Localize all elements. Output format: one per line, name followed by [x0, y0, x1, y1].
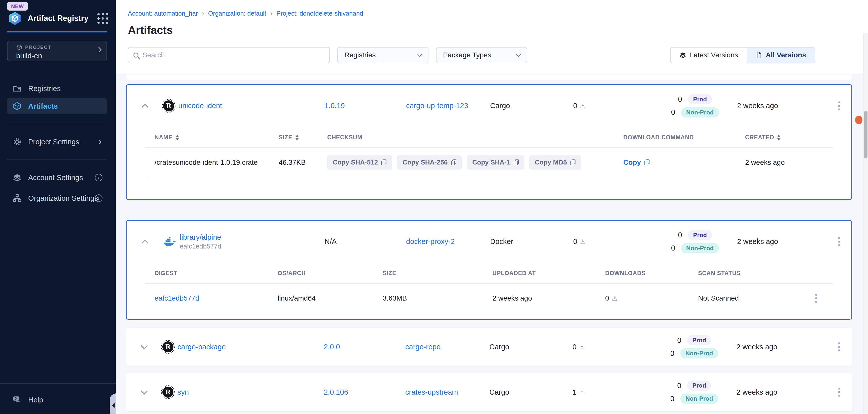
registries-dropdown[interactable]: Registries — [337, 47, 429, 63]
artifact-name-link[interactable]: cargo-package — [178, 343, 226, 351]
sidebar-item-label: Organization Settings — [28, 194, 98, 203]
column-header: UPLOADED AT — [492, 270, 605, 277]
sidebar-item-account-settings[interactable]: Account Settings i — [7, 170, 107, 185]
artifact-version: N/A — [324, 237, 406, 246]
cargo-rust-icon: R — [162, 387, 174, 398]
copy-sha512-button[interactable]: Copy SHA-512 — [327, 156, 392, 170]
column-header: OS/ARCH — [278, 270, 383, 277]
breadcrumb-organization[interactable]: Organization: default — [208, 10, 266, 17]
prod-count: 0 — [677, 382, 682, 390]
download-count: 0 — [573, 102, 577, 110]
column-header: SCAN STATUS — [698, 270, 813, 277]
expand-button[interactable] — [126, 391, 162, 393]
sidebar-item-artifacts[interactable]: Artifacts — [7, 98, 107, 114]
collapse-button[interactable] — [127, 238, 163, 245]
latest-versions-toggle[interactable]: Latest Versions — [671, 47, 746, 63]
updated-time: 2 weeks ago — [737, 102, 827, 110]
nonprod-badge: Non-Prod — [680, 348, 718, 358]
svg-text:?: ? — [14, 396, 17, 401]
layers-icon — [12, 173, 22, 182]
package-type: Docker — [490, 237, 573, 246]
artifact-list: R unicode-ident 1.0.19 cargo-up-temp-123… — [116, 74, 868, 411]
artifact-version-link[interactable]: 2.0.106 — [324, 388, 348, 396]
row-menu-button[interactable] — [836, 235, 843, 249]
download-icon — [612, 295, 618, 301]
digest-menu-button[interactable] — [813, 291, 833, 305]
download-icon — [579, 344, 585, 350]
artifact-card-library-alpine: library/alpine eafc1edb577d N/A docker-p… — [126, 220, 852, 320]
artifact-name-link[interactable]: library/alpine — [180, 233, 221, 241]
search-input[interactable] — [143, 51, 324, 59]
help-label: Help — [28, 396, 43, 404]
digest-link[interactable]: eafc1edb577d — [155, 294, 199, 302]
row-menu-button[interactable] — [836, 385, 843, 399]
artifact-registry-link[interactable]: cargo-up-temp-123 — [406, 102, 468, 110]
uploaded-at: 2 weeks ago — [492, 294, 605, 302]
chevron-down-icon — [417, 52, 422, 57]
download-count: 1 — [572, 388, 577, 396]
expand-button[interactable] — [126, 345, 162, 348]
org-hierarchy-icon — [12, 194, 22, 203]
help-button[interactable]: ? Help — [12, 395, 43, 405]
artifact-version-link[interactable]: 1.0.19 — [324, 102, 345, 110]
artifact-name-link[interactable]: syn — [178, 388, 189, 396]
artifact-registry-link[interactable]: docker-proxy-2 — [406, 237, 455, 246]
sidebar-item-organization-settings[interactable]: Organization Settings i — [7, 190, 107, 206]
prod-count: 0 — [678, 231, 682, 239]
copy-sha256-button[interactable]: Copy SHA-256 — [397, 156, 462, 170]
breadcrumb-account[interactable]: Account: automation_har — [128, 10, 198, 17]
column-header: CREATED — [745, 134, 774, 141]
copy-icon — [645, 160, 650, 165]
sort-icon[interactable] — [295, 135, 299, 140]
artifact-registry-logo-icon — [7, 11, 22, 26]
artifact-registry-link[interactable]: cargo-repo — [405, 343, 440, 351]
sidebar-item-label: Registries — [28, 84, 61, 93]
all-versions-toggle[interactable]: All Versions — [747, 47, 815, 63]
digest-row: eafc1edb577d linux/amd64 3.63MB 2 weeks … — [145, 284, 833, 313]
divider — [0, 383, 116, 384]
copy-download-command-button[interactable]: Copy — [623, 159, 745, 167]
help-chat-icon: ? — [12, 395, 22, 405]
sort-icon[interactable] — [777, 135, 781, 140]
search-box — [128, 47, 330, 63]
sidebar-collapse-button[interactable] — [110, 393, 116, 414]
file-name: /cratesunicode-ident-1.0.19.crate — [145, 159, 279, 167]
os-arch: linux/amd64 — [278, 294, 383, 302]
copy-md5-button[interactable]: Copy MD5 — [529, 156, 581, 170]
artifact-version-link[interactable]: 2.0.0 — [324, 343, 340, 351]
column-header: DOWNLOAD COMMAND — [623, 134, 745, 141]
package-type: Cargo — [489, 343, 572, 351]
info-icon[interactable]: i — [95, 195, 102, 202]
divider — [145, 313, 833, 313]
copy-sha1-button[interactable]: Copy SHA-1 — [467, 156, 524, 170]
project-cube-icon — [16, 44, 22, 50]
collapse-button[interactable] — [127, 102, 163, 110]
chevron-down-icon — [141, 388, 148, 394]
prod-count: 0 — [678, 95, 682, 103]
file-created: 2 weeks ago — [745, 159, 833, 167]
info-icon[interactable]: i — [95, 174, 102, 181]
sidebar-item-project-settings[interactable]: Project Settings — [7, 134, 107, 150]
page-header: Account: automation_har › Organization: … — [116, 0, 868, 74]
row-menu-button[interactable] — [836, 340, 843, 354]
breadcrumb-project[interactable]: Project: donotdelete-shivanand — [276, 10, 363, 17]
artifact-card-unicode-ident: R unicode-ident 1.0.19 cargo-up-temp-123… — [126, 84, 852, 200]
artifact-row: R unicode-ident 1.0.19 cargo-up-temp-123… — [127, 85, 851, 127]
prod-badge: Prod — [688, 230, 712, 240]
download-icon — [580, 239, 586, 245]
sort-icon[interactable] — [176, 135, 179, 140]
row-menu-button[interactable] — [836, 99, 843, 113]
column-header: NAME — [155, 134, 173, 141]
app-switcher-grid-icon[interactable] — [97, 13, 108, 24]
page-title: Artifacts — [128, 24, 868, 36]
artifact-registry-link[interactable]: crates-upstream — [405, 388, 458, 396]
package-types-dropdown-label: Package Types — [443, 51, 491, 59]
package-types-dropdown[interactable]: Package Types — [436, 47, 527, 63]
nonprod-badge: Non-Prod — [680, 393, 718, 404]
scrollbar-thumb[interactable] — [864, 111, 868, 159]
sidebar-item-registries[interactable]: Registries — [7, 80, 107, 97]
artifact-name-link[interactable]: unicode-ident — [178, 102, 222, 110]
nonprod-count: 0 — [671, 244, 676, 252]
scrolled-row-partial — [126, 74, 852, 80]
project-selector[interactable]: PROJECT build-en — [7, 41, 107, 61]
